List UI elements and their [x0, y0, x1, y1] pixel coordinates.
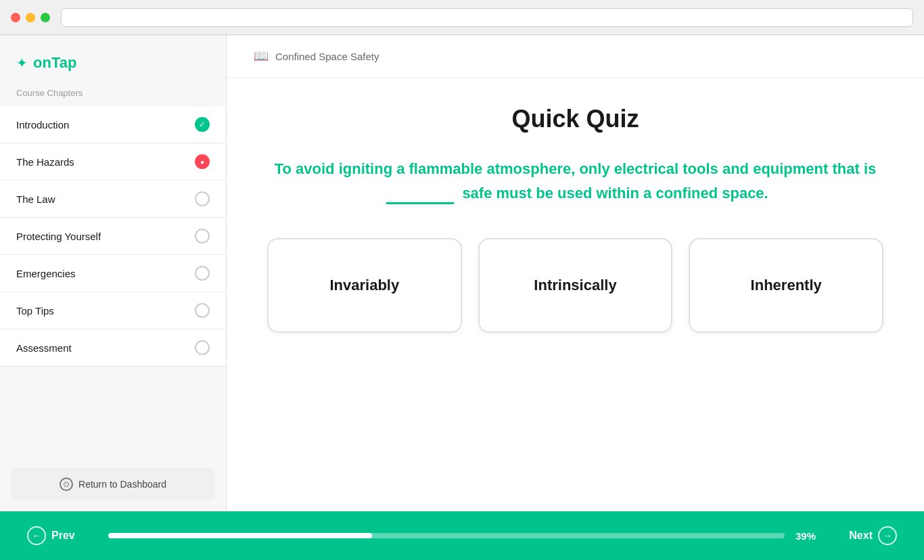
chapter-label-assessment: Assessment — [16, 342, 72, 354]
prev-icon: ← — [27, 526, 46, 545]
progress-label: 39% — [795, 530, 816, 542]
chapter-label-top-tips: Top Tips — [16, 305, 54, 317]
chapter-label-emergencies: Emergencies — [16, 268, 76, 279]
chapter-label-introduction: Introduction — [16, 119, 69, 131]
logo-text: onTap — [33, 54, 76, 72]
chapter-label-the-law: The Law — [16, 193, 55, 205]
quiz-question-part2: safe must be used within a confined spac… — [458, 185, 768, 202]
content-header: 📖 Confined Space Safety — [227, 35, 924, 78]
sidebar-item-emergencies[interactable]: Emergencies — [0, 255, 226, 292]
sidebar: ✦ onTap Course Chapters Introduction ✓ T… — [0, 35, 227, 511]
prev-label: Prev — [51, 530, 75, 542]
chapter-label-protecting-yourself: Protecting Yourself — [16, 231, 101, 242]
answer-cards: Invariably Intrinsically Inherently — [267, 238, 883, 333]
chapter-icon-emergencies — [195, 266, 210, 281]
return-to-dashboard-button[interactable]: ⊙ Return to Dashboard — [11, 468, 215, 500]
traffic-lights — [11, 13, 50, 22]
url-bar[interactable] — [61, 8, 913, 27]
close-button[interactable] — [11, 13, 20, 22]
sidebar-logo: ✦ onTap — [0, 35, 226, 83]
progress-container: 39% — [81, 530, 843, 542]
logo-icon: ✦ — [16, 55, 28, 71]
book-icon: 📖 — [254, 49, 269, 64]
prev-button[interactable]: ← Prev — [27, 526, 81, 545]
footer-nav: ← Prev 39% Next → — [0, 511, 924, 560]
main-content: 📖 Confined Space Safety Quick Quiz To av… — [227, 35, 924, 511]
chapter-icon-protecting-yourself — [195, 229, 210, 243]
sidebar-item-introduction[interactable]: Introduction ✓ — [0, 106, 226, 143]
course-title: Confined Space Safety — [275, 51, 379, 62]
next-button[interactable]: Next → — [843, 526, 897, 545]
chapter-icon-the-hazards: ● — [195, 154, 210, 169]
quiz-question-part1: To avoid igniting a flammable atmosphere… — [275, 160, 877, 177]
minimize-button[interactable] — [26, 13, 35, 22]
chapter-icon-assessment — [195, 340, 210, 355]
quiz-question-blank — [386, 180, 454, 204]
return-icon: ⊙ — [60, 477, 73, 491]
chapter-icon-introduction: ✓ — [195, 117, 210, 132]
progress-bar-fill — [108, 533, 372, 538]
answer-label-invariably: Invariably — [329, 277, 399, 294]
sidebar-item-the-law[interactable]: The Law — [0, 181, 226, 218]
next-label: Next — [849, 530, 873, 542]
maximize-button[interactable] — [41, 13, 50, 22]
answer-label-inherently: Inherently — [751, 277, 822, 294]
answer-card-invariably[interactable]: Invariably — [267, 238, 462, 333]
answer-card-intrinsically[interactable]: Intrinsically — [478, 238, 673, 333]
sidebar-item-assessment[interactable]: Assessment — [0, 329, 226, 367]
quiz-question: To avoid igniting a flammable atmosphere… — [271, 158, 880, 204]
sidebar-item-protecting-yourself[interactable]: Protecting Yourself — [0, 218, 226, 255]
quiz-title: Quick Quiz — [511, 105, 639, 133]
chapter-icon-top-tips — [195, 303, 210, 318]
chapter-icon-the-law — [195, 191, 210, 206]
next-icon: → — [878, 526, 897, 545]
progress-bar-background — [108, 533, 785, 538]
logo-text-accent: on — [33, 54, 51, 71]
return-dashboard-label: Return to Dashboard — [78, 479, 166, 490]
quiz-area: Quick Quiz To avoid igniting a flammable… — [227, 78, 924, 511]
chapter-label-the-hazards: The Hazards — [16, 156, 74, 168]
app-container: ✦ onTap Course Chapters Introduction ✓ T… — [0, 35, 924, 511]
answer-label-intrinsically: Intrinsically — [534, 277, 616, 294]
window-chrome — [0, 0, 924, 35]
chapter-list: Introduction ✓ The Hazards ● The Law Pro… — [0, 106, 226, 457]
answer-card-inherently[interactable]: Inherently — [689, 238, 883, 333]
course-chapters-label: Course Chapters — [0, 83, 226, 106]
sidebar-item-top-tips[interactable]: Top Tips — [0, 292, 226, 329]
sidebar-item-the-hazards[interactable]: The Hazards ● — [0, 143, 226, 181]
